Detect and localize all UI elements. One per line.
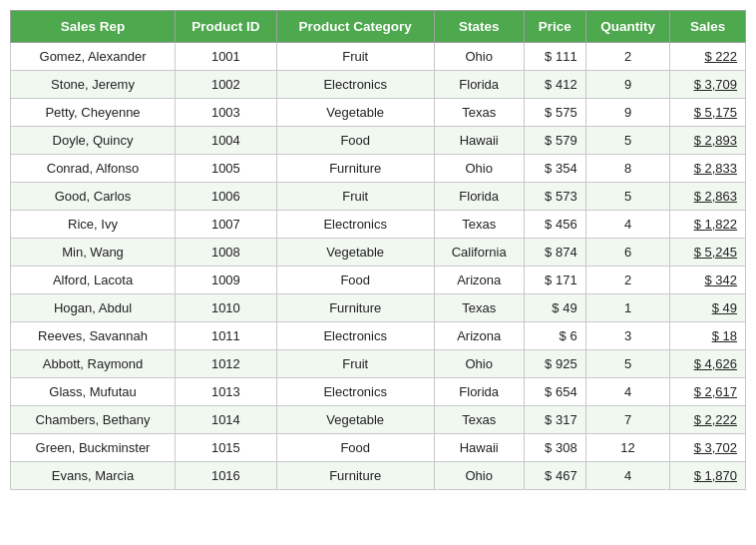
cell-category: Electronics [276, 322, 434, 350]
table-row: Stone, Jeremy1002ElectronicsFlorida$ 412… [11, 71, 746, 99]
table-row: Petty, Cheyenne1003VegetableTexas$ 5759$… [11, 99, 746, 127]
cell-category: Food [276, 434, 434, 462]
table-row: Alford, Lacota1009FoodArizona$ 1712$ 342 [11, 267, 746, 294]
cell-price: $ 456 [524, 211, 585, 239]
cell-quantity: 2 [585, 43, 670, 71]
table-wrapper: Sales Rep Product ID Product Category St… [10, 10, 746, 490]
cell-state: Texas [434, 99, 524, 127]
cell-sales-rep: Doyle, Quincy [11, 127, 176, 155]
cell-price: $ 111 [524, 43, 585, 71]
cell-price: $ 467 [524, 462, 585, 490]
cell-price: $ 354 [524, 155, 585, 183]
cell-price: $ 49 [524, 294, 585, 322]
cell-state: Arizona [434, 267, 524, 294]
cell-sales: $ 5,245 [670, 239, 746, 267]
cell-sales: $ 5,175 [670, 99, 746, 127]
cell-category: Fruit [276, 350, 434, 378]
cell-state: Texas [434, 294, 524, 322]
cell-product-id: 1007 [176, 211, 277, 239]
cell-state: Ohio [434, 350, 524, 378]
cell-state: Hawaii [434, 127, 524, 155]
cell-product-id: 1002 [176, 71, 277, 99]
table-row: Min, Wang1008VegetableCalifornia$ 8746$ … [11, 239, 746, 267]
cell-sales-rep: Glass, Mufutau [11, 378, 176, 406]
cell-sales: $ 3,709 [670, 71, 746, 99]
cell-sales-rep: Abbott, Raymond [11, 350, 176, 378]
cell-sales-rep: Hogan, Abdul [11, 294, 176, 322]
table-row: Reeves, Savannah1011ElectronicsArizona$ … [11, 322, 746, 350]
cell-quantity: 1 [585, 294, 670, 322]
cell-quantity: 8 [585, 155, 670, 183]
cell-sales: $ 1,822 [670, 211, 746, 239]
cell-quantity: 5 [585, 127, 670, 155]
cell-product-id: 1008 [176, 239, 277, 267]
col-header-product-id: Product ID [176, 11, 277, 43]
cell-category: Fruit [276, 43, 434, 71]
cell-product-id: 1012 [176, 350, 277, 378]
cell-state: Ohio [434, 155, 524, 183]
cell-price: $ 6 [524, 322, 585, 350]
cell-product-id: 1005 [176, 155, 277, 183]
cell-state: Hawaii [434, 434, 524, 462]
cell-product-id: 1011 [176, 322, 277, 350]
cell-state: Texas [434, 406, 524, 434]
cell-price: $ 874 [524, 239, 585, 267]
col-header-states: States [434, 11, 524, 43]
cell-price: $ 412 [524, 71, 585, 99]
cell-category: Vegetable [276, 239, 434, 267]
cell-sales: $ 2,863 [670, 183, 746, 211]
cell-sales-rep: Alford, Lacota [11, 267, 176, 294]
cell-sales: $ 222 [670, 43, 746, 71]
cell-state: Texas [434, 211, 524, 239]
table-row: Good, Carlos1006FruitFlorida$ 5735$ 2,86… [11, 183, 746, 211]
cell-quantity: 12 [585, 434, 670, 462]
cell-price: $ 308 [524, 434, 585, 462]
cell-state: Florida [434, 378, 524, 406]
cell-quantity: 6 [585, 239, 670, 267]
col-header-sales-rep: Sales Rep [11, 11, 176, 43]
table-row: Conrad, Alfonso1005FurnitureOhio$ 3548$ … [11, 155, 746, 183]
cell-price: $ 317 [524, 406, 585, 434]
cell-category: Electronics [276, 378, 434, 406]
cell-product-id: 1010 [176, 294, 277, 322]
table-row: Rice, Ivy1007ElectronicsTexas$ 4564$ 1,8… [11, 211, 746, 239]
cell-quantity: 5 [585, 183, 670, 211]
cell-sales: $ 1,870 [670, 462, 746, 490]
cell-price: $ 171 [524, 267, 585, 294]
cell-state: Ohio [434, 43, 524, 71]
cell-sales: $ 2,222 [670, 406, 746, 434]
table-row: Glass, Mufutau1013ElectronicsFlorida$ 65… [11, 378, 746, 406]
cell-sales-rep: Good, Carlos [11, 183, 176, 211]
cell-category: Food [276, 267, 434, 294]
cell-quantity: 5 [585, 350, 670, 378]
cell-product-id: 1004 [176, 127, 277, 155]
cell-category: Vegetable [276, 99, 434, 127]
cell-product-id: 1015 [176, 434, 277, 462]
cell-price: $ 579 [524, 127, 585, 155]
cell-sales: $ 49 [670, 294, 746, 322]
cell-state: Arizona [434, 322, 524, 350]
table-row: Hogan, Abdul1010FurnitureTexas$ 491$ 49 [11, 294, 746, 322]
cell-quantity: 3 [585, 322, 670, 350]
cell-sales: $ 342 [670, 267, 746, 294]
cell-sales: $ 18 [670, 322, 746, 350]
cell-quantity: 2 [585, 267, 670, 294]
cell-sales-rep: Rice, Ivy [11, 211, 176, 239]
cell-price: $ 654 [524, 378, 585, 406]
cell-quantity: 9 [585, 71, 670, 99]
cell-sales: $ 2,617 [670, 378, 746, 406]
cell-product-id: 1001 [176, 43, 277, 71]
cell-price: $ 925 [524, 350, 585, 378]
cell-category: Vegetable [276, 406, 434, 434]
table-row: Doyle, Quincy1004FoodHawaii$ 5795$ 2,893 [11, 127, 746, 155]
cell-sales-rep: Chambers, Bethany [11, 406, 176, 434]
cell-product-id: 1009 [176, 267, 277, 294]
cell-state: Ohio [434, 462, 524, 490]
cell-sales-rep: Conrad, Alfonso [11, 155, 176, 183]
cell-sales-rep: Petty, Cheyenne [11, 99, 176, 127]
cell-category: Electronics [276, 211, 434, 239]
cell-sales-rep: Green, Buckminster [11, 434, 176, 462]
cell-category: Furniture [276, 155, 434, 183]
cell-category: Furniture [276, 294, 434, 322]
cell-sales-rep: Min, Wang [11, 239, 176, 267]
